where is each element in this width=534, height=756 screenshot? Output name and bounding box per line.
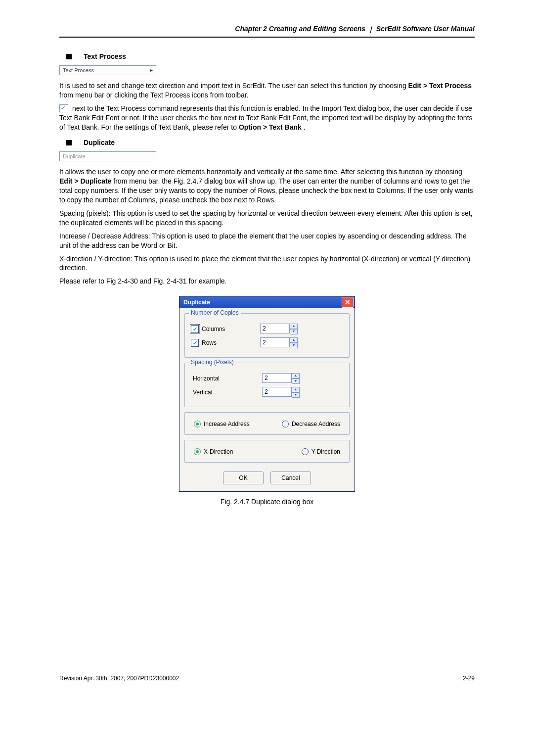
bold-text: Option > Text Bank [239, 123, 302, 131]
decrease-address-label: Decrease Address [292, 421, 340, 427]
para-tp-2: next to the Text Process command represe… [59, 104, 475, 132]
columns-checkbox[interactable]: ✔ [191, 325, 199, 333]
para-dup-1: It allows the user to copy one or more e… [59, 167, 475, 205]
close-button[interactable]: ✕ [342, 297, 354, 308]
group-title: Number of Copies [189, 309, 241, 316]
radio-unselected-icon [282, 421, 289, 427]
menu-item-text-process: Text Process ▸ [59, 65, 156, 75]
header-sep: ｜ [367, 25, 374, 33]
x-direction-radio[interactable]: X-Direction [194, 448, 233, 455]
para-dup-4: X-direction / Y-direction: This option i… [59, 254, 475, 273]
figure-caption: Fig. 2.4.7 Duplicate dialog box [59, 498, 475, 506]
spin-up-icon[interactable]: ▲ [290, 337, 298, 343]
section-title: Text Process [84, 52, 126, 60]
spin-up-icon[interactable]: ▲ [292, 387, 300, 392]
vertical-spinner[interactable]: ▲▼ [262, 387, 300, 398]
increase-address-label: Increase Address [204, 421, 250, 427]
duplicate-dialog: Duplicate ✕ Number of Copies ✔ Columns ▲… [179, 296, 355, 492]
para-dup-5: Please refer to Fig 2-4-30 and Fig. 2-4-… [59, 277, 475, 286]
horizontal-input[interactable] [262, 373, 292, 383]
ok-button[interactable]: OK [223, 472, 264, 484]
horizontal-spinner[interactable]: ▲▼ [262, 373, 300, 384]
bold-text: Edit > Duplicate [59, 177, 111, 185]
spin-down-icon[interactable]: ▼ [292, 392, 300, 398]
columns-input[interactable] [260, 324, 290, 333]
menu-label: Text Process [63, 67, 94, 73]
radio-selected-icon [194, 448, 201, 455]
check-icon [59, 104, 68, 112]
section-duplicate: Duplicate [59, 139, 475, 146]
cancel-button[interactable]: Cancel [270, 472, 311, 484]
menu-label: Duplicate... [63, 153, 90, 159]
text: It allows the user to copy one or more e… [59, 168, 462, 176]
text: from menu bar, the Fig. 2.4.7 dialog box… [59, 177, 473, 204]
group-spacing: Spacing (Pixels) Horizontal ▲▼ Vertical [184, 363, 350, 407]
page-number: 2-29 [463, 675, 475, 682]
x-direction-label: X-Direction [204, 448, 233, 455]
text: It is used to set and change text direct… [59, 82, 408, 90]
radio-selected-icon [194, 421, 201, 427]
y-direction-label: Y-Direction [312, 448, 340, 455]
decrease-address-radio[interactable]: Decrease Address [282, 421, 340, 427]
rows-label: Rows [202, 339, 217, 346]
section-text-process: Text Process [59, 52, 475, 60]
group-address: Increase Address Decrease Address [184, 412, 350, 435]
spin-down-icon[interactable]: ▼ [290, 343, 298, 348]
page-footer: Revision Apr. 30th, 2007, 2007PDD2300000… [59, 675, 475, 682]
group-number-of-copies: Number of Copies ✔ Columns ▲▼ ✔ Rows [184, 313, 350, 358]
cancel-label: Cancel [281, 474, 300, 481]
vertical-input[interactable] [262, 387, 292, 397]
group-title: Spacing (Pixels) [189, 359, 236, 366]
manual-title: ScrEdit Software User Manual [376, 25, 475, 33]
chapter-title: Chapter 2 Creating and Editing Screens [235, 25, 365, 33]
revision-text: Revision Apr. 30th, 2007, 2007PDD2300000… [59, 675, 179, 682]
vertical-label: Vertical [193, 389, 212, 396]
para-dup-2: Spacing (pixels): This option is used to… [59, 209, 475, 228]
group-direction: X-Direction Y-Direction [184, 440, 350, 463]
spin-down-icon[interactable]: ▼ [290, 329, 298, 334]
bold-text: Edit > Text Process [408, 82, 472, 90]
text: from menu bar or clicking the Text Proce… [59, 91, 249, 99]
spin-up-icon[interactable]: ▲ [292, 373, 300, 378]
columns-spinner[interactable]: ▲▼ [260, 324, 298, 334]
spin-up-icon[interactable]: ▲ [290, 324, 298, 329]
columns-label: Columns [202, 326, 225, 332]
page-header: Chapter 2 Creating and Editing Screens ｜… [59, 25, 475, 38]
radio-unselected-icon [302, 448, 309, 455]
ok-label: OK [239, 474, 247, 481]
dialog-title: Duplicate [183, 299, 342, 306]
menu-item-duplicate: Duplicate... [59, 151, 156, 161]
rows-spinner[interactable]: ▲▼ [260, 337, 298, 348]
horizontal-label: Horizontal [193, 375, 220, 382]
section-title: Duplicate [84, 139, 115, 146]
bullet-icon [66, 140, 72, 145]
spin-down-icon[interactable]: ▼ [292, 378, 300, 384]
y-direction-radio[interactable]: Y-Direction [302, 448, 340, 455]
submenu-arrow-icon: ▸ [150, 67, 153, 73]
rows-input[interactable] [260, 337, 290, 347]
bullet-icon [66, 54, 72, 59]
para-dup-3: Increase / Decrease Address: This option… [59, 232, 475, 250]
text: . [304, 123, 306, 131]
para-tp-1: It is used to set and change text direct… [59, 81, 475, 100]
dialog-titlebar: Duplicate ✕ [179, 296, 355, 308]
close-icon: ✕ [345, 298, 351, 306]
increase-address-radio[interactable]: Increase Address [194, 421, 250, 427]
rows-checkbox[interactable]: ✔ [191, 339, 199, 347]
